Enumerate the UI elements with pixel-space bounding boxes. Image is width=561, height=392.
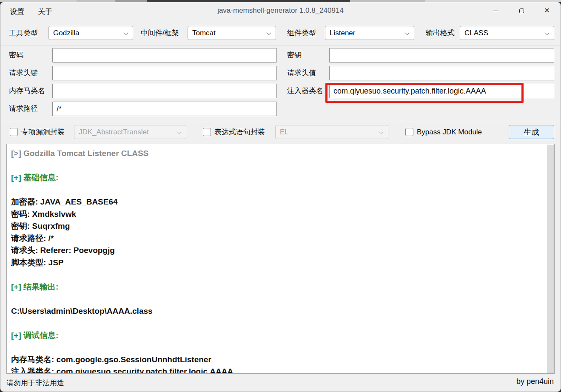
maximize-icon bbox=[519, 9, 524, 13]
status-disclaimer: 请勿用于非法用途 bbox=[6, 378, 64, 388]
window-controls: ✕ bbox=[488, 4, 555, 17]
window-title: java-memshell-generator 1.0.8_240914 bbox=[0, 6, 561, 15]
generate-button[interactable]: 生成 bbox=[509, 125, 554, 139]
middleware-value: Tomcat bbox=[192, 29, 216, 37]
output-line: C:\Users\admin\Desktop\AAAA.class bbox=[11, 305, 541, 318]
output-line bbox=[11, 341, 541, 354]
output-line: 请求头: Referer: Poevopgjg bbox=[11, 244, 541, 257]
header-key-label: 请求头键 bbox=[9, 66, 38, 80]
field-row: 密码 密钥 bbox=[0, 48, 561, 62]
header-value-input[interactable] bbox=[329, 66, 554, 80]
output-format-label: 输出格式 bbox=[426, 26, 455, 40]
output-line bbox=[11, 317, 541, 330]
request-path-label: 请求路径 bbox=[9, 102, 38, 116]
tool-type-label: 工具类型 bbox=[9, 26, 38, 40]
tool-type-select[interactable]: Godzilla bbox=[48, 26, 133, 40]
output-line bbox=[11, 293, 541, 305]
vuln-wrapper-value: JDK_AbstractTranslet bbox=[79, 128, 149, 136]
output-line: [>] Godzilla Tomcat Listener CLASS bbox=[11, 148, 541, 160]
header-key-input[interactable] bbox=[52, 66, 277, 80]
injector-class-label: 注入器类名 bbox=[287, 84, 323, 98]
maximize-button[interactable] bbox=[514, 4, 529, 17]
key-input[interactable] bbox=[329, 48, 554, 62]
output-line: 密钥: Suqrxfmg bbox=[11, 220, 541, 233]
key-label: 密钥 bbox=[287, 48, 302, 62]
field-row: 请求头键 请求头值 bbox=[0, 66, 561, 80]
menu-settings[interactable]: 设置 bbox=[8, 6, 26, 17]
middleware-label: 中间件/框架 bbox=[141, 26, 179, 40]
password-label: 密码 bbox=[9, 48, 23, 62]
middleware-select[interactable]: Tomcat bbox=[188, 26, 276, 40]
chevron-down-icon bbox=[379, 130, 384, 134]
chevron-down-icon bbox=[545, 31, 550, 35]
request-path-input[interactable] bbox=[52, 102, 277, 116]
chevron-down-icon bbox=[177, 130, 182, 134]
tool-type-value: Godzilla bbox=[53, 29, 79, 37]
select-row: 工具类型 Godzilla 中间件/框架 Tomcat 组件类型 Listene… bbox=[0, 26, 561, 40]
output-line: [+] 调试信息: bbox=[11, 330, 541, 342]
expression-wrapper-value: EL bbox=[280, 128, 289, 136]
output-line bbox=[11, 160, 541, 172]
component-type-value: Listener bbox=[330, 29, 355, 37]
minimize-icon bbox=[493, 11, 498, 11]
chevron-down-icon bbox=[405, 31, 410, 35]
output-lines: [>] Godzilla Tomcat Listener CLASS [+] 基… bbox=[7, 144, 554, 374]
menu-about[interactable]: 关于 bbox=[36, 6, 54, 17]
expression-wrapper-checkbox[interactable] bbox=[203, 128, 211, 136]
output-line: 加密器: JAVA_AES_BASE64 bbox=[11, 196, 541, 208]
chevron-down-icon bbox=[267, 31, 271, 35]
app-window: 设置 关于 java-memshell-generator 1.0.8_2409… bbox=[0, 2, 561, 392]
close-icon: ✕ bbox=[544, 7, 550, 14]
minimize-button[interactable] bbox=[488, 4, 504, 17]
output-line: 密码: Xmdkslvwk bbox=[11, 208, 541, 221]
separator bbox=[0, 45, 561, 45]
shell-class-input[interactable] bbox=[52, 84, 277, 98]
output-line: [+] 结果输出: bbox=[11, 281, 541, 293]
expression-wrapper-select[interactable]: EL bbox=[275, 125, 388, 139]
output-line bbox=[11, 184, 541, 196]
component-type-label: 组件类型 bbox=[287, 26, 316, 40]
chevron-down-icon bbox=[124, 31, 128, 35]
output-format-select[interactable]: CLASS bbox=[460, 26, 554, 40]
vuln-wrapper-select[interactable]: JDK_AbstractTranslet bbox=[74, 125, 186, 139]
bypass-jdk-module-label: Bypass JDK Module bbox=[417, 125, 482, 139]
vuln-wrapper-label: 专项漏洞封装 bbox=[21, 125, 65, 139]
output-line: 内存马类名: com.google.gso.SessionUnnhdtListe… bbox=[11, 354, 541, 366]
output-line: 注入器类名: com.qiyuesuo.security.patch.filte… bbox=[11, 366, 541, 374]
separator bbox=[0, 121, 561, 121]
vuln-wrapper-checkbox[interactable] bbox=[10, 128, 18, 136]
expression-wrapper-label: 表达式语句封装 bbox=[214, 125, 265, 139]
header-value-label: 请求头值 bbox=[287, 66, 316, 80]
output-area[interactable]: [>] Godzilla Tomcat Listener CLASS [+] 基… bbox=[6, 144, 555, 374]
close-button[interactable]: ✕ bbox=[539, 4, 555, 17]
field-row: 内存马类名 注入器类名 bbox=[0, 84, 561, 98]
output-line: [+] 基础信息: bbox=[11, 172, 541, 184]
bypass-jdk-module-checkbox[interactable] bbox=[405, 128, 413, 136]
shell-class-label: 内存马类名 bbox=[9, 84, 45, 98]
field-row: 请求路径 bbox=[0, 102, 561, 116]
status-author: by pen4uin bbox=[516, 377, 554, 386]
options-row: 专项漏洞封装 JDK_AbstractTranslet 表达式语句封装 EL B… bbox=[0, 125, 561, 139]
component-type-select[interactable]: Listener bbox=[325, 26, 414, 40]
output-line: 请求路径: /* bbox=[11, 233, 541, 245]
injector-class-input[interactable] bbox=[329, 84, 554, 98]
output-line: 脚本类型: JSP bbox=[11, 257, 541, 269]
output-format-value: CLASS bbox=[464, 29, 488, 37]
password-input[interactable] bbox=[52, 48, 277, 62]
output-scrollbar[interactable] bbox=[547, 145, 554, 373]
output-line bbox=[11, 269, 541, 281]
